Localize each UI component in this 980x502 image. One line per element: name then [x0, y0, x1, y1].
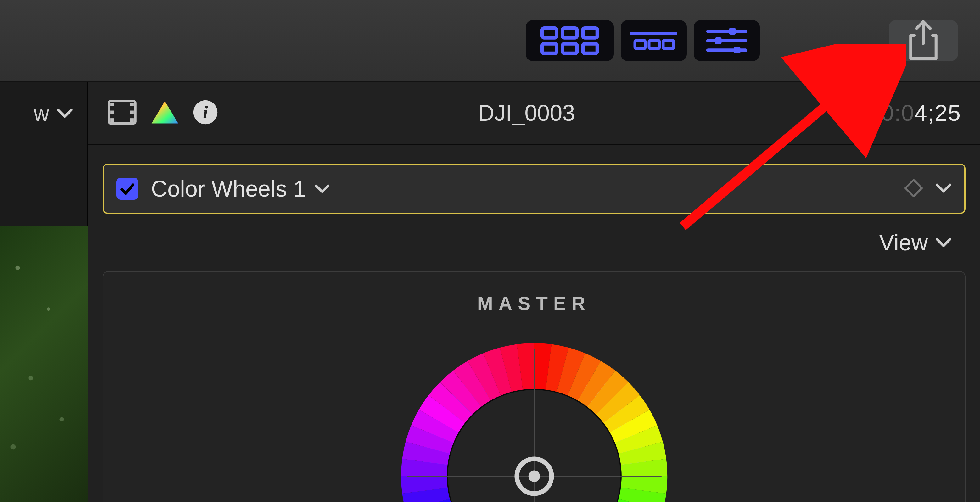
tab-color[interactable] [150, 99, 180, 126]
svg-point-37 [528, 470, 540, 482]
svg-rect-23 [130, 118, 134, 122]
chevron-down-icon [935, 183, 952, 193]
svg-rect-3 [542, 44, 557, 53]
svg-marker-24 [152, 101, 178, 123]
viewer-preview-image [0, 226, 88, 502]
chevron-down-icon [935, 237, 952, 248]
share-icon [906, 21, 941, 61]
svg-rect-5 [583, 44, 597, 53]
correction-enable-checkbox[interactable] [116, 178, 138, 200]
clip-name: DJI_0003 [478, 100, 575, 126]
svg-rect-7 [635, 40, 645, 49]
tab-info[interactable]: i [192, 99, 218, 126]
correction-name-label: Color Wheels 1 [151, 176, 306, 202]
color-wheel-panel: MASTER [103, 271, 966, 502]
timeline-index-button[interactable] [621, 20, 687, 61]
color-triangle-icon [150, 99, 180, 125]
svg-rect-8 [649, 40, 659, 49]
browser-grid-button[interactable] [526, 20, 614, 61]
svg-rect-18 [110, 103, 114, 106]
svg-rect-0 [542, 28, 557, 37]
clip-timecode: 00:00:04;25 [835, 100, 961, 126]
svg-rect-21 [130, 103, 134, 106]
chevron-down-icon [57, 108, 73, 118]
tab-video[interactable] [107, 99, 137, 126]
sliders-icon [703, 24, 750, 57]
wheel-view-popup[interactable]: View [88, 214, 980, 265]
correction-name-dropdown[interactable]: Color Wheels 1 [151, 176, 330, 202]
viewer-popup-label-fragment: w [33, 101, 49, 126]
share-button[interactable] [889, 20, 958, 61]
view-label: View [879, 230, 928, 256]
svg-rect-20 [110, 118, 114, 122]
svg-rect-19 [110, 111, 114, 114]
inspector-panel: i DJI_0003 00:00:04;25 Color Wheels 1 [88, 82, 980, 502]
svg-rect-13 [729, 28, 736, 35]
viewer-panel-edge: w [0, 82, 88, 502]
keyframe-diamond-icon [905, 179, 923, 197]
color-correction-row[interactable]: Color Wheels 1 [103, 164, 966, 214]
toolbar-view-group [526, 20, 760, 61]
svg-rect-2 [583, 28, 597, 37]
master-color-wheel[interactable] [390, 332, 679, 502]
svg-rect-9 [663, 40, 674, 49]
app-toolbar [0, 0, 980, 82]
add-keyframe-button[interactable] [905, 179, 923, 199]
svg-text:i: i [203, 102, 208, 122]
check-icon [119, 181, 135, 197]
grid-icon [540, 26, 600, 56]
timecode-leading: 00:00:0 [835, 100, 915, 126]
timecode-value: 4;25 [915, 100, 961, 126]
wheel-title: MASTER [103, 272, 965, 314]
inspector-header: i DJI_0003 00:00:04;25 [88, 82, 980, 145]
svg-marker-27 [905, 180, 922, 196]
inspector-toggle-button[interactable] [694, 20, 760, 61]
info-icon: i [192, 99, 218, 125]
svg-rect-4 [563, 44, 577, 53]
svg-rect-14 [715, 37, 722, 44]
film-icon [107, 99, 137, 125]
filmstrip-icon [630, 29, 677, 52]
correction-disclosure[interactable] [935, 183, 952, 194]
svg-rect-1 [563, 28, 577, 37]
chevron-down-icon [315, 184, 330, 194]
svg-rect-22 [130, 111, 134, 114]
viewer-popup-fragment[interactable]: w [0, 82, 88, 145]
svg-rect-15 [734, 47, 741, 54]
